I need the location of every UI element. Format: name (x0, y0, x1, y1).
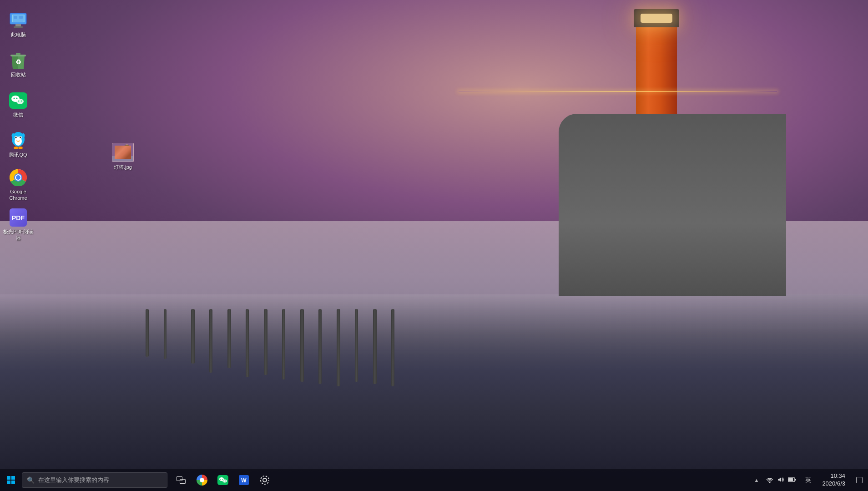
svg-text:W: W (241, 477, 247, 484)
svg-point-16 (21, 101, 22, 101)
wechat-taskbar-icon (217, 475, 228, 485)
file-icon-label-lighthouse: 灯塔.jpg (114, 164, 132, 171)
wooden-post (209, 309, 212, 373)
svg-rect-5 (14, 16, 17, 19)
windows-logo (7, 476, 15, 484)
search-icon: 🔍 (27, 476, 35, 484)
svg-rect-2 (15, 24, 21, 26)
desktop-icon-label-wechat: 微信 (13, 111, 23, 118)
volume-icon[interactable] (777, 476, 784, 484)
svg-point-50 (769, 481, 771, 483)
desktop-icon-chrome[interactable]: Google Chrome (0, 165, 36, 205)
svg-point-14 (16, 97, 18, 99)
wechat-icon (9, 91, 27, 110)
chrome-icon (9, 168, 27, 187)
svg-rect-6 (19, 16, 23, 19)
lighthouse-light (641, 14, 672, 23)
wooden-post (264, 309, 267, 375)
network-icon[interactable] (766, 476, 773, 484)
svg-point-26 (18, 147, 23, 149)
taskbar-search-bar[interactable]: 🔍 在这里输入你要搜索的内容 (22, 472, 167, 488)
taskbar-wechat-button[interactable] (213, 469, 233, 491)
windows-logo-pane-tl (7, 476, 10, 480)
desktop: 此电脑 ♻ 回收站 (0, 0, 868, 491)
rocks-foreground (0, 294, 868, 491)
svg-point-49 (261, 476, 269, 484)
svg-point-48 (263, 478, 267, 482)
desktop-file-lighthouse-jpg[interactable]: 灯塔.jpg (105, 137, 141, 177)
clock-date-display: 2020/6/3 (822, 480, 845, 488)
svg-point-13 (14, 97, 15, 99)
svg-rect-37 (112, 156, 134, 162)
svg-point-30 (16, 175, 20, 180)
svg-point-38 (124, 144, 130, 150)
taskbar-chrome-button[interactable] (192, 469, 212, 491)
svg-point-22 (20, 137, 21, 138)
battery-icon[interactable] (788, 476, 796, 484)
clock-time-display: 10:34 (830, 472, 845, 480)
windows-logo-pane-tr (11, 476, 15, 480)
svg-rect-33 (112, 143, 134, 162)
svg-point-21 (15, 137, 17, 138)
taskbar-wiseman-button[interactable]: W (234, 469, 254, 491)
wooden-post (337, 309, 340, 386)
wooden-post (355, 309, 358, 382)
wooden-post (373, 309, 377, 384)
desktop-icon-recycle-bin[interactable]: ♻ 回收站 (0, 45, 36, 85)
wiseman-taskbar-icon: W (239, 475, 249, 485)
desktop-icon-wechat[interactable]: 微信 (0, 85, 36, 125)
taskbar-settings-button[interactable] (255, 469, 275, 491)
taskbar: 🔍 在这里输入你要搜索的内容 (0, 469, 868, 491)
pdf-icon: PDF (9, 208, 27, 227)
start-button[interactable] (0, 469, 22, 491)
svg-rect-8 (16, 53, 20, 55)
windows-logo-pane-br (11, 481, 15, 484)
svg-point-41 (222, 480, 227, 483)
desktop-icon-qq[interactable]: 腾讯QQ (0, 125, 36, 165)
taskbar-systray: ▲ (752, 469, 868, 491)
file-thumbnail-lighthouse (112, 143, 134, 162)
task-view-icon (177, 476, 186, 484)
systray-icons-group (762, 476, 800, 484)
wooden-post (146, 309, 149, 357)
desktop-icons-column: 此电脑 ♻ 回收站 (0, 0, 36, 245)
search-input-placeholder: 在这里输入你要搜索的内容 (38, 476, 109, 484)
notification-icon (856, 477, 863, 483)
desktop-icon-label-chrome: Google Chrome (2, 188, 35, 202)
wooden-post (300, 309, 304, 382)
notification-center-button[interactable] (853, 469, 866, 491)
svg-point-25 (14, 147, 18, 149)
desktop-icon-this-computer[interactable]: 此电脑 (0, 5, 36, 45)
svg-point-24 (22, 133, 25, 138)
lights-string (459, 91, 777, 92)
taskbar-middle-icons: W (171, 469, 275, 491)
wooden-post (246, 309, 249, 377)
desktop-icon-label-qq: 腾讯QQ (9, 152, 27, 158)
stone-wall (559, 114, 786, 296)
svg-point-42 (220, 479, 221, 480)
chrome-taskbar-icon (197, 475, 207, 486)
svg-rect-3 (14, 26, 23, 28)
svg-rect-53 (788, 478, 793, 481)
svg-point-23 (12, 133, 15, 138)
svg-point-15 (18, 101, 19, 101)
taskbar-clock[interactable]: 10:34 2020/6/3 (817, 472, 851, 488)
wooden-post (282, 309, 285, 380)
wooden-post (191, 309, 195, 364)
svg-point-12 (16, 99, 24, 104)
taskbar-language-indicator[interactable]: 英 (802, 476, 815, 484)
windows-logo-pane-bl (7, 481, 10, 484)
desktop-icon-label-this-computer: 此电脑 (11, 31, 26, 38)
systray-expand-button[interactable]: ▲ (752, 477, 761, 483)
wooden-post (227, 309, 231, 368)
svg-text:♻: ♻ (15, 58, 21, 66)
wooden-post (164, 309, 167, 359)
qq-icon (9, 132, 27, 150)
svg-point-44 (223, 481, 224, 481)
svg-rect-52 (795, 479, 797, 481)
desktop-icon-label-recycle: 回收站 (11, 71, 26, 78)
desktop-icon-pdf-reader[interactable]: PDF 极光PDF阅读器 (0, 205, 36, 245)
svg-point-45 (225, 481, 226, 481)
task-view-button[interactable] (171, 469, 191, 491)
recycle-icon: ♻ (9, 51, 27, 70)
